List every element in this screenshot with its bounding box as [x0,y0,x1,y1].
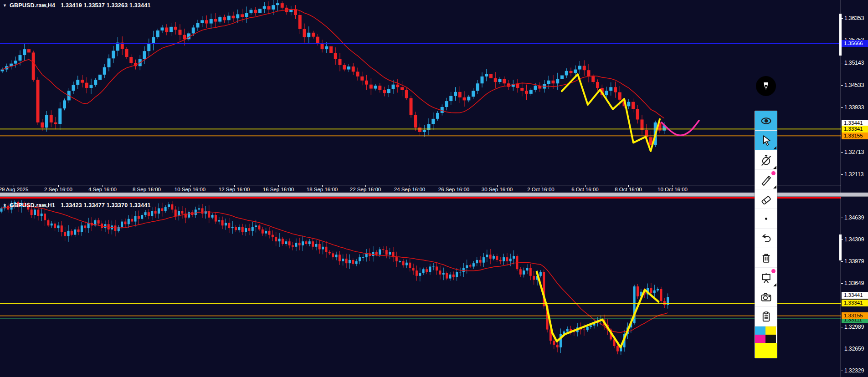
candle [272,235,274,237]
collapse-icon[interactable]: ▼ [3,3,7,8]
candle [479,260,482,263]
palette-color[interactable] [755,335,765,343]
candle [650,288,652,293]
collapse-icon[interactable]: ▼ [3,203,7,208]
pencil-tool[interactable] [755,170,777,189]
clipboard-button[interactable] [755,307,777,326]
candle [458,92,462,97]
candle [267,6,271,10]
time-label: 26 Sep 16:00 [438,187,469,192]
undo-button[interactable] [755,229,777,248]
candle [513,256,515,259]
candle [493,256,495,259]
candle [295,243,297,247]
candle [161,27,164,30]
candle [192,27,195,33]
candle [41,122,44,127]
candle [158,208,160,214]
candle [316,37,319,43]
candle [446,273,448,279]
screenshot-button[interactable] [755,287,777,307]
candle [565,71,568,76]
panel-splitter[interactable] [0,193,868,197]
price-tick-label: 1.34309 [844,236,864,243]
timer-off-tool[interactable] [755,150,777,170]
candle [663,301,666,305]
price-chip: 1.33341 [842,126,868,132]
freehand-zigzag-drawing[interactable] [537,272,658,347]
candle [218,220,220,222]
camera-icon [760,291,772,303]
candle [0,208,3,211]
candle [312,33,315,37]
time-label: 2 Sep 16:00 [44,187,72,192]
candle [164,207,167,211]
candle [51,224,53,225]
chart-panel-h1[interactable] [0,200,841,377]
time-label: 12 Sep 16:00 [219,187,250,192]
candle [409,263,411,268]
palette-color[interactable] [755,326,765,335]
moving-average-line [2,10,664,118]
candle [439,270,441,275]
candle [76,80,79,85]
projection-curve-drawing[interactable] [662,121,699,135]
trash-icon [760,252,772,264]
candle [47,220,49,226]
candle [552,81,555,83]
candle [379,250,381,255]
candle [392,85,395,89]
palette-color[interactable] [765,326,776,335]
candle [54,224,56,228]
candle [272,5,275,10]
candle [108,58,111,67]
candle [481,76,484,83]
candle [591,76,595,82]
candle [586,327,589,330]
candle [352,66,355,71]
candle [215,215,217,222]
cursor-tool[interactable] [755,131,777,150]
candle [134,216,137,222]
candle [14,61,17,63]
candle [84,225,86,228]
candle [560,75,564,79]
candle [467,97,470,100]
candle [282,239,284,244]
candle [27,49,31,52]
delete-drawings-button[interactable] [755,248,777,268]
candle [45,115,48,127]
candle [641,119,644,130]
current-color-swatch[interactable] [755,343,777,358]
visibility-tool[interactable] [755,111,777,131]
eraser-tool[interactable] [755,189,777,209]
candle [303,29,306,37]
candle [339,255,341,261]
candle [238,227,240,230]
candle [499,260,502,261]
candle [205,20,208,23]
candle [227,16,231,20]
time-label: 10 Oct 16:00 [657,187,688,192]
candle [171,204,173,210]
chart-panel-h4[interactable] [0,0,841,193]
price-axis[interactable]: 1.363531.357531.351431.345331.339331.327… [841,0,868,377]
time-axis[interactable]: 29 Aug 20252 Sep 16:004 Sep 16:008 Sep 1… [0,185,841,193]
candle [632,102,635,109]
candle [281,3,284,8]
candle [231,227,234,228]
candle [401,87,404,90]
candle [485,74,488,76]
candle [637,286,639,296]
candle [362,257,364,258]
candle [347,66,350,69]
candle [308,241,311,244]
candle [370,85,373,89]
price-tick-mark [841,349,843,349]
palette-color[interactable] [765,335,776,343]
candle [148,212,150,216]
candle [225,223,227,225]
drawing-app-logo[interactable] [756,76,776,96]
board-tool[interactable] [755,268,777,287]
dot-size-tool[interactable] [755,209,777,229]
